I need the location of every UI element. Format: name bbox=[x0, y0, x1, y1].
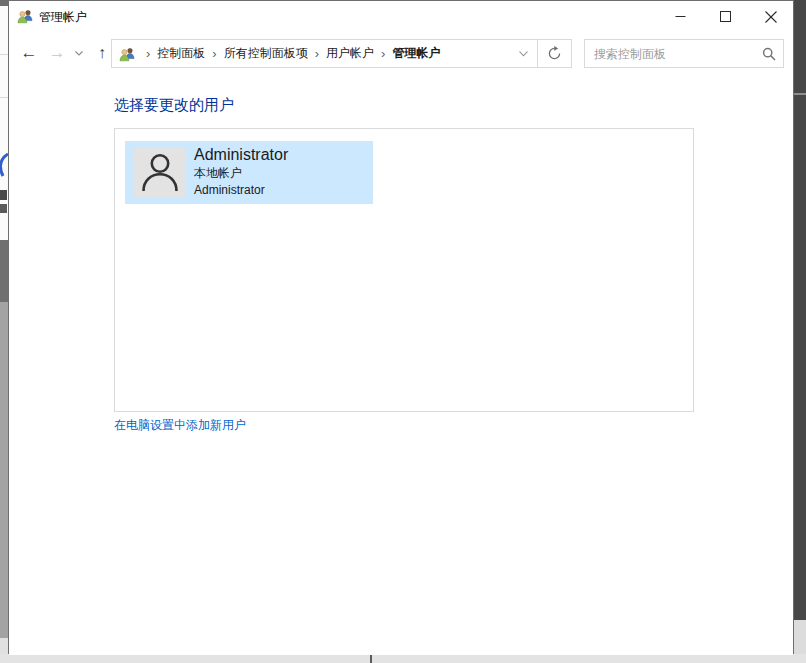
minimize-icon bbox=[675, 11, 686, 22]
close-icon bbox=[765, 11, 777, 23]
back-button[interactable]: ← bbox=[17, 34, 41, 72]
manage-accounts-window: 管理帐户 bbox=[8, 0, 794, 654]
breadcrumb-separator[interactable]: › bbox=[205, 40, 223, 67]
refresh-button[interactable] bbox=[538, 40, 571, 67]
background-scrap bbox=[0, 240, 8, 302]
background-window-right-sliver bbox=[794, 0, 806, 663]
user-account-type: 本地帐户 bbox=[194, 165, 288, 182]
minimize-button[interactable] bbox=[658, 1, 703, 32]
user-name: Administrator bbox=[194, 144, 288, 165]
background-bottom-sliver bbox=[0, 654, 806, 663]
background-logo-scrap bbox=[0, 152, 8, 178]
address-dropdown-button[interactable] bbox=[509, 40, 537, 67]
window-title: 管理帐户 bbox=[39, 9, 87, 26]
background-text-scrap bbox=[0, 190, 7, 200]
user-tile-administrator[interactable]: Administrator 本地帐户 Administrator bbox=[125, 141, 373, 204]
close-button[interactable] bbox=[748, 1, 793, 32]
background-window-left-sliver bbox=[0, 0, 8, 663]
navigation-bar: ← → ↑ › bbox=[9, 34, 793, 72]
desktop: 管理帐户 bbox=[0, 0, 806, 663]
maximize-button[interactable] bbox=[703, 1, 748, 32]
breadcrumb-separator[interactable]: › bbox=[374, 40, 392, 67]
breadcrumb-item-control-panel[interactable]: 控制面板 bbox=[157, 45, 205, 62]
maximize-icon bbox=[720, 11, 731, 22]
forward-button: → bbox=[45, 34, 69, 72]
recent-locations-button[interactable] bbox=[71, 34, 87, 72]
breadcrumb-separator[interactable]: › bbox=[139, 40, 157, 67]
content-area: 选择要更改的用户 Administrator 本地帐户 Administrato… bbox=[9, 72, 793, 655]
background-scrap bbox=[370, 654, 372, 663]
page-title: 选择要更改的用户 bbox=[114, 96, 234, 115]
up-button[interactable]: ↑ bbox=[91, 34, 113, 72]
search-box bbox=[584, 39, 784, 68]
user-description: Administrator bbox=[194, 182, 288, 199]
chevron-down-icon bbox=[75, 51, 83, 56]
background-scrap bbox=[0, 97, 8, 98]
breadcrumb-item-all-items[interactable]: 所有控制面板项 bbox=[224, 45, 308, 62]
user-list[interactable]: Administrator 本地帐户 Administrator bbox=[114, 128, 694, 412]
search-input[interactable] bbox=[585, 47, 755, 61]
refresh-icon bbox=[547, 46, 562, 61]
background-scrap bbox=[0, 0, 8, 6]
breadcrumb: › 控制面板 › 所有控制面板项 › 用户帐户 › 管理帐户 bbox=[112, 40, 509, 67]
add-new-user-link[interactable]: 在电脑设置中添加新用户 bbox=[114, 417, 246, 434]
background-scrap bbox=[794, 93, 806, 95]
background-scrap bbox=[0, 54, 8, 55]
address-bar[interactable]: › 控制面板 › 所有控制面板项 › 用户帐户 › 管理帐户 bbox=[111, 39, 572, 68]
users-icon bbox=[17, 8, 33, 24]
breadcrumb-item-user-accounts[interactable]: 用户帐户 bbox=[326, 45, 374, 62]
breadcrumb-item-manage-accounts[interactable]: 管理帐户 bbox=[392, 45, 440, 62]
background-scrap bbox=[0, 302, 8, 638]
breadcrumb-separator[interactable]: › bbox=[308, 40, 326, 67]
magnifier-icon[interactable] bbox=[755, 47, 783, 61]
background-text-scrap bbox=[0, 204, 7, 213]
avatar bbox=[134, 147, 186, 197]
person-icon bbox=[134, 147, 186, 197]
users-icon bbox=[119, 46, 135, 62]
titlebar[interactable]: 管理帐户 bbox=[9, 1, 793, 32]
chevron-down-icon bbox=[519, 51, 528, 57]
